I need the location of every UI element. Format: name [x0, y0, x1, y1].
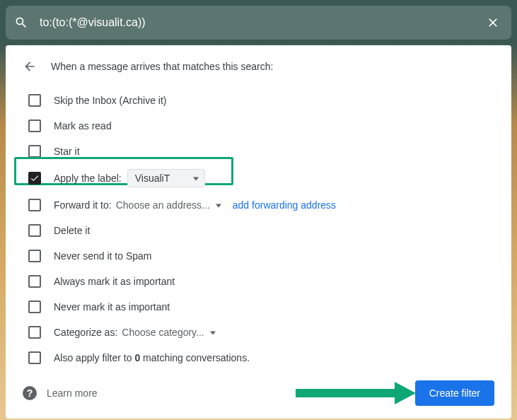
checkbox-also-apply[interactable] [28, 351, 41, 364]
checkbox-apply-label[interactable] [28, 172, 41, 185]
option-star: Star it [23, 139, 494, 164]
label-skip-inbox: Skip the Inbox (Archive it) [54, 95, 167, 106]
label-never-spam: Never send it to Spam [54, 250, 152, 262]
checkbox-categorize[interactable] [28, 326, 41, 339]
option-categorize: Categorize as: Choose category... [23, 320, 494, 345]
create-filter-button[interactable]: Create filter [415, 380, 494, 406]
panel-header: When a message arrives that matches this… [23, 59, 494, 74]
option-always-important: Always mark it as important [23, 269, 494, 294]
search-query[interactable]: to:(to:(*@visualit.ca)) [40, 16, 483, 29]
dropdown-label[interactable]: VisualiT [127, 169, 205, 187]
label-mark-read: Mark as read [54, 120, 112, 132]
footer: ? Learn more Create filter [23, 380, 494, 406]
search-icon [14, 16, 28, 30]
option-never-spam: Never send it to Spam [23, 243, 494, 269]
also-apply-post: matching conversations. [140, 352, 250, 363]
search-bar: to:(to:(*@visualit.ca)) [6, 6, 511, 40]
help-icon[interactable]: ? [23, 386, 37, 400]
option-forward: Forward it to: Choose an address... add … [23, 192, 494, 218]
option-also-apply: Also apply filter to 0 matching conversa… [23, 345, 494, 371]
label-star: Star it [54, 146, 80, 157]
label-never-important: Never mark it as important [54, 301, 170, 313]
link-add-forwarding[interactable]: add forwarding address [233, 199, 336, 211]
checkbox-never-important[interactable] [28, 301, 41, 313]
checkbox-never-spam[interactable] [28, 250, 41, 262]
dropdown-category[interactable]: Choose category... [122, 327, 215, 338]
checkbox-always-important[interactable] [28, 275, 41, 288]
option-never-important: Never mark it as important [23, 294, 494, 320]
dropdown-forward-address[interactable]: Choose an address... [116, 199, 221, 211]
option-skip-inbox: Skip the Inbox (Archive it) [23, 88, 494, 113]
label-always-important: Always mark it as important [54, 276, 175, 287]
filter-panel: When a message arrives that matches this… [6, 45, 511, 419]
label-apply-label: Apply the label: [54, 173, 122, 184]
learn-more-link[interactable]: Learn more [47, 387, 98, 399]
option-mark-read: Mark as read [23, 113, 494, 139]
option-apply-label: Apply the label: VisualiT [23, 164, 494, 192]
checkbox-delete[interactable] [28, 224, 41, 237]
checkbox-star[interactable] [28, 145, 41, 158]
close-icon[interactable] [483, 13, 503, 33]
checkbox-mark-read[interactable] [28, 119, 41, 132]
checkbox-forward[interactable] [28, 199, 41, 211]
option-delete: Delete it [23, 218, 494, 243]
label-categorize: Categorize as: [54, 327, 117, 338]
also-apply-pre: Also apply filter to [54, 352, 134, 363]
label-delete: Delete it [54, 225, 90, 236]
back-arrow-icon[interactable] [23, 59, 37, 74]
label-forward: Forward it to: [54, 199, 112, 211]
panel-title: When a message arrives that matches this… [51, 61, 273, 72]
checkbox-skip-inbox[interactable] [28, 94, 41, 107]
label-also-apply: Also apply filter to 0 matching conversa… [54, 352, 250, 363]
